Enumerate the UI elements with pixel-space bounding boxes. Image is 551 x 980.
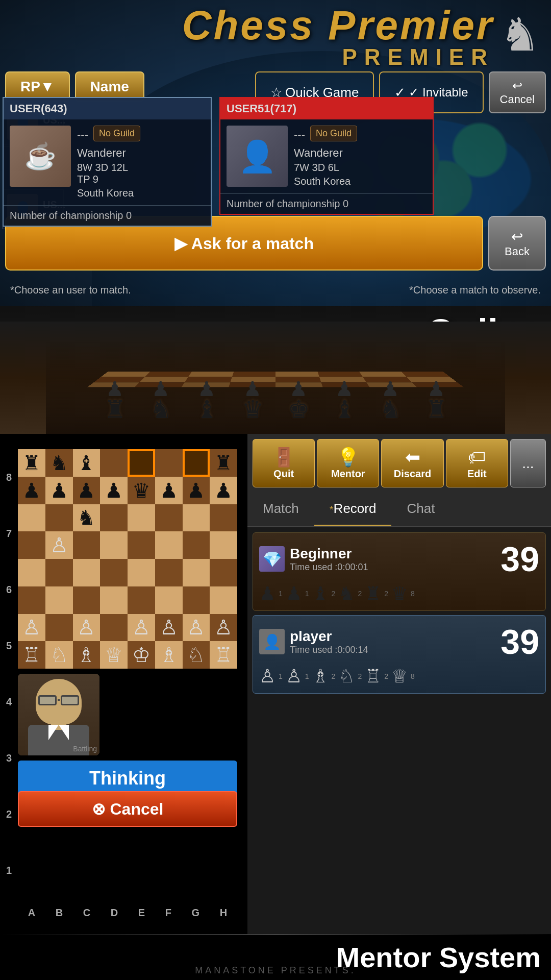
board-cell-b1[interactable]: ♘: [45, 641, 73, 669]
board-cell-b2[interactable]: [45, 614, 73, 642]
beginner-name: Beginner: [290, 546, 368, 562]
left-player-rank: --- No Guild: [77, 126, 205, 143]
separator-line: [0, 934, 551, 935]
back-icon: ↩: [511, 228, 523, 245]
board-cell-f3[interactable]: [155, 586, 183, 614]
board-cell-c4[interactable]: [73, 559, 101, 586]
board-cell-c3[interactable]: [73, 586, 101, 614]
board-cell-f2[interactable]: ♙: [155, 614, 183, 642]
board-cell-f4[interactable]: [155, 559, 183, 586]
board-cell-e3[interactable]: [128, 586, 155, 614]
board-cell-d4[interactable]: [100, 559, 128, 586]
board-cell-h4[interactable]: [210, 559, 237, 586]
board-cell-e8[interactable]: [128, 449, 155, 477]
board-cell-f7[interactable]: ♟: [155, 477, 183, 504]
board-cell-d5[interactable]: [100, 531, 128, 559]
board-cell-e1[interactable]: ♔: [128, 641, 155, 669]
tab-chat[interactable]: Chat: [391, 493, 450, 526]
left-no-guild-badge: No Guild: [93, 126, 140, 141]
board-cell-f5[interactable]: [155, 531, 183, 559]
board-cell-f1[interactable]: ♗: [155, 641, 183, 669]
board-cell-a4[interactable]: [18, 559, 45, 586]
tab-match[interactable]: Match: [247, 493, 314, 526]
board-cell-a6[interactable]: [18, 504, 45, 532]
board-cell-a1[interactable]: ♖: [18, 641, 45, 669]
board-cell-d7[interactable]: ♟: [100, 477, 128, 504]
back-button[interactable]: ↩ Back: [488, 216, 546, 271]
left-record: 8W 3D 12L: [77, 162, 205, 174]
board-cell-a7[interactable]: ♟: [18, 477, 45, 504]
board-cell-c1[interactable]: ♗: [73, 641, 101, 669]
discard-button[interactable]: ⬅ Discard: [381, 439, 443, 487]
board-cell-h3[interactable]: [210, 586, 237, 614]
board-cell-c2[interactable]: ♙: [73, 614, 101, 642]
board-cell-e2[interactable]: ♙: [128, 614, 155, 642]
board-cell-h6[interactable]: [210, 504, 237, 532]
left-tp: TP 9: [77, 174, 205, 185]
right-no-guild-badge: No Guild: [310, 126, 357, 141]
board-cell-h1[interactable]: ♖: [210, 641, 237, 669]
board-cell-d6[interactable]: [100, 504, 128, 532]
manastone-credit: MANASTONE PRESENTS.: [195, 965, 356, 976]
board-cell-b4[interactable]: [45, 559, 73, 586]
cancel-move-button[interactable]: ⊗ Cancel: [18, 791, 237, 827]
board-cell-f6[interactable]: [155, 504, 183, 532]
board-cell-a8[interactable]: ♜: [18, 449, 45, 477]
board-cell-e5[interactable]: [128, 531, 155, 559]
left-player-username: USER(643): [4, 98, 211, 119]
board-cell-g1[interactable]: ♘: [183, 641, 210, 669]
left-player-card: USER(643) ☕ --- No Guild Wanderer 8W 3D …: [3, 97, 212, 227]
board-cell-d2[interactable]: [100, 614, 128, 642]
discard-icon: ⬅: [386, 447, 439, 468]
board-cell-g6[interactable]: [183, 504, 210, 532]
hint-right: *Choose a match to observe.: [409, 284, 541, 296]
board-cell-b7[interactable]: ♟: [45, 477, 73, 504]
mentor-icon: 💡: [321, 447, 374, 468]
board-cell-c5[interactable]: [73, 531, 101, 559]
board-cell-c7[interactable]: ♟: [73, 477, 101, 504]
board-cell-a2[interactable]: ♙: [18, 614, 45, 642]
right-country: South Korea: [294, 176, 427, 187]
board-cell-c6[interactable]: ♞: [73, 504, 101, 532]
left-player-avatar: ☕: [10, 126, 71, 187]
player-record-score: 39: [500, 622, 539, 662]
board-cell-c8[interactable]: ♝: [73, 449, 101, 477]
board-cell-b8[interactable]: ♞: [45, 449, 73, 477]
board-cell-d3[interactable]: [100, 586, 128, 614]
board-cell-g5[interactable]: [183, 531, 210, 559]
board-cell-b5[interactable]: ♙: [45, 531, 73, 559]
file-labels: A B C D E F G H: [18, 907, 237, 919]
board-cell-g7[interactable]: ♟: [183, 477, 210, 504]
board-cell-g4[interactable]: [183, 559, 210, 586]
mentor-button[interactable]: 💡 Mentor: [317, 439, 379, 487]
board-cell-f8[interactable]: [155, 449, 183, 477]
board-cell-g2[interactable]: ♙: [183, 614, 210, 642]
board-cell-e4[interactable]: [128, 559, 155, 586]
board-cell-g8[interactable]: [183, 449, 210, 477]
board-cell-h7[interactable]: ♟: [210, 477, 237, 504]
board-cell-d8[interactable]: [100, 449, 128, 477]
board-row: ♙: [18, 531, 237, 559]
board-cell-h2[interactable]: ♙: [210, 614, 237, 642]
right-player-rank: --- No Guild: [294, 126, 427, 143]
board-cell-h8[interactable]: ♜: [210, 449, 237, 477]
board-cell-e7[interactable]: ♛: [128, 477, 155, 504]
board-cell-d1[interactable]: ♕: [100, 641, 128, 669]
board-cell-g3[interactable]: [183, 586, 210, 614]
board-cell-a5[interactable]: [18, 531, 45, 559]
board-cell-e6[interactable]: [128, 504, 155, 532]
board-cell-h5[interactable]: [210, 531, 237, 559]
board-cell-b3[interactable]: [45, 586, 73, 614]
cancel-button[interactable]: ↩ Cancel: [489, 71, 546, 113]
tab-record[interactable]: *Record: [314, 493, 392, 526]
quit-button[interactable]: 🚪 Quit: [253, 439, 315, 487]
board-row: [18, 586, 237, 614]
edit-button[interactable]: 🏷 Edit: [446, 439, 508, 487]
beginner-time: Time used :0:00:01: [290, 562, 368, 573]
right-record: 7W 3D 6L: [294, 162, 427, 174]
board-cell-a3[interactable]: [18, 586, 45, 614]
game-right-panel: 🚪 Quit 💡 Mentor ⬅ Discard 🏷 Edit ... Ma: [247, 434, 551, 934]
more-options-button[interactable]: ...: [510, 439, 546, 487]
player-pieces: ♙1 ♙1 ♗2 ♘2 ♖2 ♕8: [259, 666, 539, 687]
board-cell-b6[interactable]: [45, 504, 73, 532]
